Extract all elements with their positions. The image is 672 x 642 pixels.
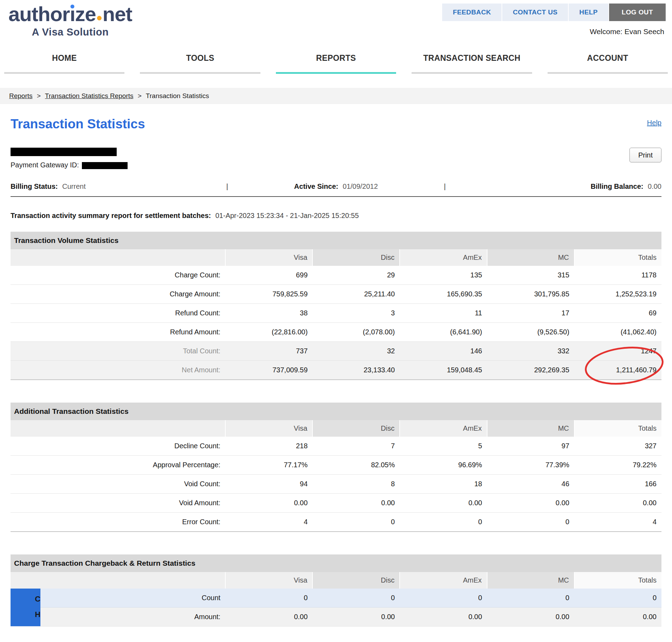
side-letter: H bbox=[11, 607, 40, 622]
table-cell: 0.00 bbox=[487, 608, 574, 627]
table-cell: 29 bbox=[312, 266, 400, 285]
column-header-totals: Totals bbox=[574, 572, 661, 589]
table-cell: 0.00 bbox=[487, 494, 574, 513]
breadcrumb-transaction-statistics-reports-link[interactable]: Transaction Statistics Reports bbox=[45, 92, 134, 99]
table-cell: 25,211.40 bbox=[312, 285, 400, 304]
contact-us-button[interactable]: CONTACT US bbox=[502, 4, 568, 21]
print-button[interactable]: Print bbox=[629, 148, 661, 162]
table-row-total-count: Total Count: 737 32 146 332 1247 bbox=[11, 342, 661, 361]
row-label: Total Count: bbox=[11, 342, 225, 361]
table-cell: 17 bbox=[487, 304, 574, 323]
nav-home-label: HOME bbox=[52, 53, 77, 63]
table-cell: 0.00 bbox=[400, 494, 487, 513]
volume-table: Visa Disc AmEx MC Totals Charge Count: 6… bbox=[11, 249, 661, 380]
logo-i-dot-icon bbox=[71, 5, 75, 8]
main-nav: HOME TOOLS REPORTS TRANSACTION SEARCH AC… bbox=[0, 50, 672, 74]
table-row: Refund Amount: (22,816.00) (2,078.00) (6… bbox=[11, 323, 661, 342]
header: authorızenet A Visa Solution FEEDBACK CO… bbox=[0, 0, 672, 49]
nav-tools[interactable]: TOOLS bbox=[140, 50, 260, 74]
table-row: Approval Percentage: 77.17% 82.05% 96.69… bbox=[11, 456, 661, 475]
chargeback-statistics-section: Charge Transaction Chargeback & Return S… bbox=[11, 554, 661, 627]
report-summary-line: Transaction activity summary report for … bbox=[11, 212, 661, 220]
table-cell: 0.00 bbox=[574, 608, 661, 627]
breadcrumb-separator: > bbox=[37, 92, 41, 99]
table-cell: 315 bbox=[487, 266, 574, 285]
table-cell: 0 bbox=[225, 589, 312, 608]
table-row-net-amount: Net Amount: 737,009.59 23,133.40 159,048… bbox=[11, 361, 661, 380]
table-cell: 0 bbox=[487, 589, 574, 608]
nav-account-label: ACCOUNT bbox=[587, 53, 628, 63]
chargeback-table: Visa Disc AmEx MC Totals C H Count bbox=[11, 572, 661, 627]
row-label: Charge Amount: bbox=[11, 285, 225, 304]
top-links: FEEDBACK CONTACT US HELP LOG OUT bbox=[442, 4, 666, 21]
column-header-blank bbox=[11, 572, 225, 589]
table-cell: 46 bbox=[487, 475, 574, 494]
table-header-row: Visa Disc AmEx MC Totals bbox=[11, 572, 661, 589]
nav-reports[interactable]: REPORTS bbox=[276, 50, 396, 74]
table-cell: 38 bbox=[225, 304, 312, 323]
logo-wordmark: authorızenet bbox=[8, 4, 132, 25]
active-since-value: 01/09/2012 bbox=[343, 182, 378, 190]
column-header-mc: MC bbox=[487, 249, 574, 266]
row-label: Charge Count: bbox=[11, 266, 225, 285]
volume-section-title: Transaction Volume Statistics bbox=[11, 232, 661, 249]
net-amount-total-cell: 1,211,460.79 bbox=[574, 361, 661, 380]
row-label: Net Amount: bbox=[11, 361, 225, 380]
nav-home-underline bbox=[4, 72, 124, 74]
row-label: Approval Percentage: bbox=[11, 456, 225, 475]
table-cell: 11 bbox=[400, 304, 487, 323]
column-header-mc: MC bbox=[487, 572, 574, 589]
nav-account-underline bbox=[548, 72, 668, 74]
breadcrumb-reports-link[interactable]: Reports bbox=[9, 92, 33, 99]
nav-reports-label: REPORTS bbox=[316, 53, 356, 63]
logo-text-post: ze bbox=[75, 2, 96, 25]
logo-tagline: A Visa Solution bbox=[8, 26, 132, 38]
nav-reports-underline bbox=[276, 72, 396, 74]
net-amount-total-value: 1,211,460.79 bbox=[616, 366, 657, 374]
logo: authorızenet A Visa Solution bbox=[8, 4, 132, 49]
row-label: Refund Amount: bbox=[11, 323, 225, 342]
table-row: Void Amount: 0.00 0.00 0.00 0.00 0.00 bbox=[11, 494, 661, 513]
column-header-totals: Totals bbox=[574, 420, 661, 437]
merchant-row: Payment Gateway ID: Print bbox=[11, 148, 661, 169]
log-out-button[interactable]: LOG OUT bbox=[609, 4, 666, 21]
table-cell: 0 bbox=[400, 589, 487, 608]
column-header-disc: Disc bbox=[312, 249, 400, 266]
table-cell: 0.00 bbox=[312, 494, 400, 513]
column-header-disc: Disc bbox=[312, 572, 400, 589]
column-header-visa: Visa bbox=[225, 249, 312, 266]
report-summary-label: Transaction activity summary report for … bbox=[11, 212, 211, 219]
additional-table: Visa Disc AmEx MC Totals Decline Count: … bbox=[11, 420, 661, 532]
table-cell: 737 bbox=[225, 342, 312, 361]
welcome-text: Welcome: Evan Seech bbox=[590, 27, 666, 36]
side-letter: C bbox=[11, 591, 40, 607]
table-cell: 737,009.59 bbox=[225, 361, 312, 380]
table-row: Decline Count: 218 7 5 97 327 bbox=[11, 437, 661, 456]
logo-text-pre: author bbox=[8, 2, 70, 25]
help-button[interactable]: HELP bbox=[568, 4, 608, 21]
row-label: Void Amount: bbox=[11, 494, 225, 513]
nav-account[interactable]: ACCOUNT bbox=[548, 50, 668, 74]
help-link[interactable]: Help bbox=[647, 119, 661, 127]
table-cell: 8 bbox=[312, 475, 400, 494]
table-cell: (6,641.90) bbox=[400, 323, 487, 342]
nav-home[interactable]: HOME bbox=[4, 50, 124, 74]
logo-i: ı bbox=[70, 4, 75, 25]
table-cell: 0 bbox=[312, 513, 400, 532]
table-cell: 3 bbox=[312, 304, 400, 323]
billing-balance-value: 0.00 bbox=[648, 182, 661, 190]
table-cell: 69 bbox=[574, 304, 661, 323]
table-cell: (9,526.50) bbox=[487, 323, 574, 342]
chargeback-section-title: Charge Transaction Chargeback & Return S… bbox=[11, 554, 661, 572]
report-summary-range: 01-Apr-2023 15:23:34 - 21-Jan-2025 15:20… bbox=[215, 212, 359, 219]
nav-tools-underline bbox=[140, 72, 260, 74]
table-cell: 327 bbox=[574, 437, 661, 456]
breadcrumb-current: Transaction Statistics bbox=[146, 92, 209, 99]
column-header-blank bbox=[11, 249, 225, 266]
active-since: Active Since: 01/09/2012 bbox=[228, 182, 444, 191]
row-label: Error Count: bbox=[11, 513, 225, 532]
nav-transaction-search[interactable]: TRANSACTION SEARCH bbox=[412, 50, 532, 74]
feedback-button[interactable]: FEEDBACK bbox=[442, 4, 502, 21]
table-cell: 699 bbox=[225, 266, 312, 285]
additional-statistics-section: Additional Transaction Statistics Visa D… bbox=[11, 403, 661, 532]
